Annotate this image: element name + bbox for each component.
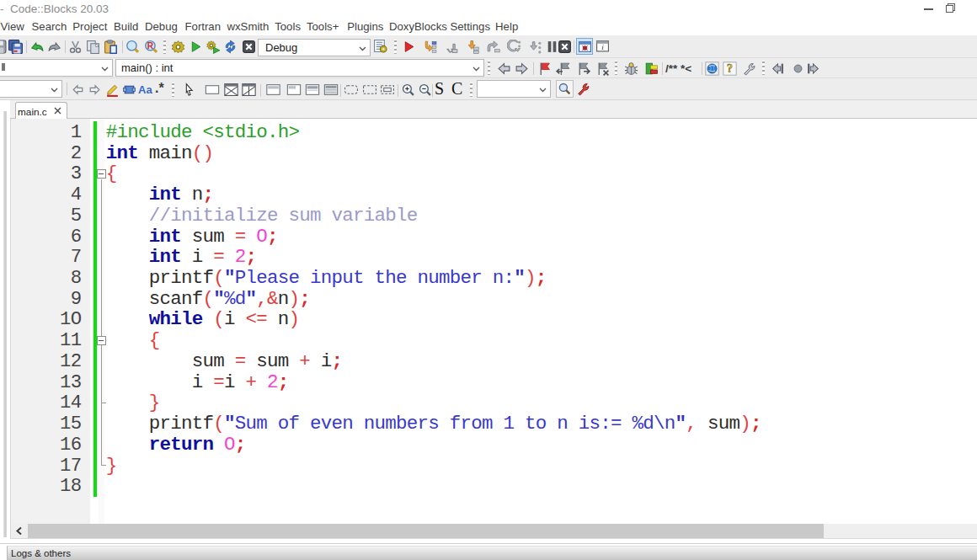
- svg-text:R: R: [147, 41, 154, 51]
- svg-text:?: ?: [727, 62, 733, 75]
